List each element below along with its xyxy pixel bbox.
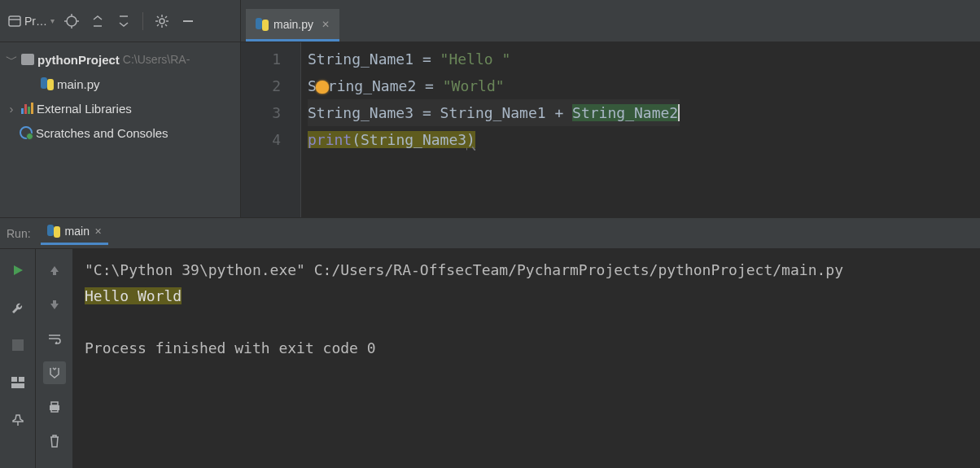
close-tab-icon[interactable]: ✕ [322, 19, 330, 30]
tree-scratches[interactable]: Scratches and Consoles [0, 120, 240, 145]
console-output-line: Hello World [85, 283, 969, 309]
python-file-icon [47, 225, 60, 238]
code-line-1: String_Name1 = "Hello " [308, 46, 680, 72]
tree-file-main[interactable]: main.py [0, 72, 240, 96]
project-tree: ﹀ pythonProject C:\Users\RA- main.py › E… [0, 42, 240, 150]
project-tool-label[interactable]: Pr… ▾ [5, 15, 58, 28]
tab-filename: main.py [273, 18, 313, 31]
project-name: pythonProject [37, 53, 120, 67]
svg-point-2 [67, 16, 77, 26]
print-icon[interactable] [43, 396, 66, 418]
run-left-gutter [0, 249, 36, 468]
svg-marker-17 [14, 265, 23, 275]
code-content[interactable]: String_Name1 = "Hello " Sring_Name2 = "W… [301, 42, 680, 217]
code-editor: main.py ✕ 1 2 3 4 String_Name1 = "Hello … [241, 0, 980, 217]
console-output[interactable]: "C:\Python 39\python.exe" C:/Users/RA-Of… [73, 249, 980, 468]
run-header: Run: main ✕ [0, 218, 980, 249]
project-path: C:\Users\RA- [123, 53, 190, 66]
line-number: 4 [241, 126, 281, 153]
run-console-gutter [36, 249, 73, 468]
svg-line-15 [165, 16, 167, 18]
code-line-2: Sring_Name2 = "World" [308, 72, 680, 99]
gear-icon[interactable] [150, 9, 174, 33]
svg-rect-23 [51, 402, 58, 405]
code-area[interactable]: 1 2 3 4 String_Name1 = "Hello " Sring_Na… [241, 42, 980, 217]
scratches-icon [20, 126, 33, 139]
up-arrow-icon[interactable] [43, 259, 66, 282]
external-libraries-label: External Libraries [37, 102, 132, 116]
expand-all-icon[interactable] [85, 9, 110, 33]
project-tool-text: Pr… [24, 15, 47, 28]
line-number: 1 [241, 46, 281, 72]
svg-rect-20 [19, 377, 24, 382]
svg-line-14 [157, 24, 159, 26]
svg-line-13 [165, 24, 167, 26]
tree-project-root[interactable]: ﹀ pythonProject C:\Users\RA- [0, 47, 240, 72]
code-line-4: print(String_Name3) [308, 126, 680, 153]
pin-icon[interactable] [7, 409, 29, 431]
tree-external-libraries[interactable]: › External Libraries [0, 96, 240, 120]
libraries-icon [21, 103, 33, 114]
run-label: Run: [7, 227, 31, 240]
run-tab-main[interactable]: main ✕ [41, 221, 108, 245]
svg-rect-0 [9, 16, 20, 26]
svg-rect-19 [11, 377, 17, 382]
svg-point-7 [160, 19, 164, 24]
trash-icon[interactable] [43, 430, 66, 453]
svg-line-12 [157, 16, 159, 18]
line-gutter: 1 2 3 4 [241, 42, 301, 217]
lightbulb-icon[interactable] [316, 81, 329, 94]
console-command-line: "C:\Python 39\python.exe" C:/Users/RA-Of… [85, 257, 969, 283]
python-file-icon [41, 77, 54, 90]
down-arrow-icon[interactable] [43, 293, 66, 316]
soft-wrap-icon[interactable] [43, 327, 66, 350]
folder-icon [21, 54, 34, 65]
python-file-icon [256, 18, 269, 31]
locate-icon[interactable] [59, 9, 84, 33]
wrench-icon[interactable] [7, 296, 29, 319]
run-tool-window: Run: main ✕ "C:\Python 39\python.exe" C:… [0, 218, 980, 468]
console-exit-line: Process finished with exit code 0 [85, 335, 969, 361]
chevron-down-icon: ▾ [50, 16, 55, 25]
scratches-label: Scratches and Consoles [36, 126, 168, 140]
run-tab-name: main [65, 225, 90, 238]
svg-rect-21 [11, 383, 24, 388]
svg-rect-18 [12, 339, 24, 351]
project-sidebar: Pr… ▾ ﹀ pythonProject C:\Users\RA- main.… [0, 0, 241, 217]
minimize-icon[interactable] [176, 9, 200, 33]
close-run-tab-icon[interactable]: ✕ [94, 226, 102, 237]
editor-tab-bar: main.py ✕ [241, 0, 980, 42]
stop-icon[interactable] [7, 334, 29, 356]
editor-tab-main[interactable]: main.py ✕ [246, 9, 339, 42]
collapse-all-icon[interactable] [112, 9, 136, 33]
code-line-3: String_Name3 = String_Name1 + String_Nam… [308, 99, 680, 126]
scroll-to-end-icon[interactable] [43, 361, 66, 384]
project-icon [8, 15, 21, 28]
file-name: main.py [57, 77, 100, 91]
line-number: 3 [241, 99, 281, 126]
line-number: 2 [241, 72, 281, 99]
rerun-icon[interactable] [7, 259, 29, 282]
layout-icon[interactable] [7, 371, 29, 394]
sidebar-toolbar: Pr… ▾ [0, 0, 240, 42]
